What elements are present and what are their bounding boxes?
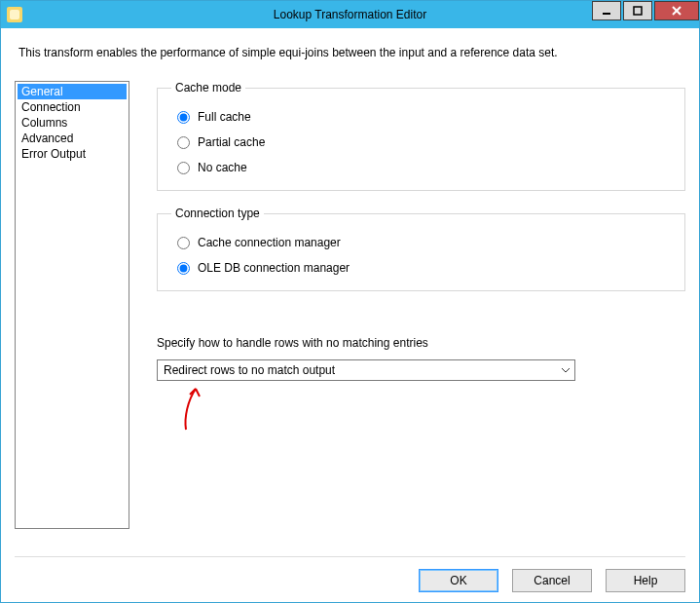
cache-mode-full[interactable]: Full cache: [177, 110, 671, 124]
cache-mode-partial-label: Partial cache: [198, 135, 265, 149]
nav-item-general[interactable]: General: [18, 84, 127, 99]
window-title: Lookup Transformation Editor: [1, 8, 699, 21]
nav-item-columns[interactable]: Columns: [18, 115, 127, 131]
nav-item-connection[interactable]: Connection: [18, 99, 127, 115]
conn-type-cache-radio[interactable]: [177, 237, 190, 249]
titlebar[interactable]: Lookup Transformation Editor: [1, 1, 699, 28]
connection-type-group: Connection type Cache connection manager…: [157, 207, 685, 291]
cache-mode-legend: Cache mode: [171, 81, 245, 94]
annotation-arrow-icon: [166, 383, 215, 432]
cache-mode-none-radio[interactable]: [177, 162, 190, 174]
cache-mode-full-label: Full cache: [198, 110, 251, 124]
dialog-footer: OK Cancel Help: [15, 556, 685, 592]
nav-item-advanced[interactable]: Advanced: [18, 131, 127, 146]
general-panel: Cache mode Full cache Partial cache No c…: [157, 81, 685, 556]
connection-type-legend: Connection type: [171, 207, 264, 220]
conn-type-cache[interactable]: Cache connection manager: [177, 236, 671, 249]
conn-type-oledb-label: OLE DB connection manager: [198, 261, 350, 275]
ok-button[interactable]: OK: [419, 569, 498, 592]
cancel-button[interactable]: Cancel: [512, 569, 592, 592]
cache-mode-partial-radio[interactable]: [177, 136, 190, 149]
help-button[interactable]: Help: [606, 569, 685, 592]
nav-list[interactable]: General Connection Columns Advanced Erro…: [15, 81, 129, 529]
cache-mode-full-radio[interactable]: [177, 111, 190, 124]
no-match-combo[interactable]: Redirect rows to no match output: [157, 359, 575, 381]
conn-type-cache-label: Cache connection manager: [198, 236, 341, 249]
no-match-label: Specify how to handle rows with no match…: [157, 336, 685, 350]
cache-mode-partial[interactable]: Partial cache: [177, 135, 671, 149]
conn-type-oledb-radio[interactable]: [177, 262, 190, 275]
chevron-down-icon: [557, 360, 574, 380]
content-area: General Connection Columns Advanced Erro…: [15, 81, 685, 556]
dialog-body: This transform enables the performance o…: [1, 28, 699, 602]
no-match-selected: Redirect rows to no match output: [158, 363, 557, 377]
conn-type-oledb[interactable]: OLE DB connection manager: [177, 261, 671, 275]
description-text: This transform enables the performance o…: [18, 46, 682, 59]
cache-mode-none[interactable]: No cache: [177, 161, 671, 174]
nav-item-error-output[interactable]: Error Output: [18, 146, 127, 162]
lookup-editor-window: Lookup Transformation Editor This transf…: [0, 0, 700, 603]
cache-mode-group: Cache mode Full cache Partial cache No c…: [157, 81, 685, 191]
cache-mode-none-label: No cache: [198, 161, 247, 174]
